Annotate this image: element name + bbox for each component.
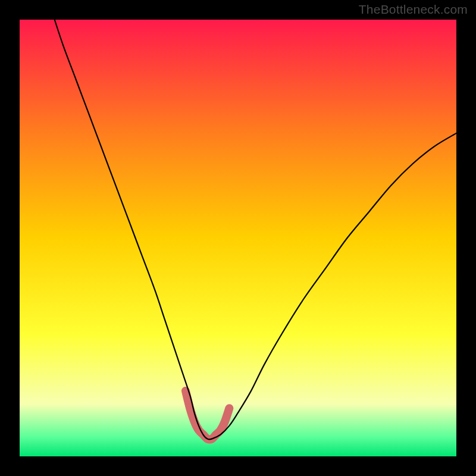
plot-svg [20, 20, 456, 456]
chart-frame: TheBottleneck.com [0, 0, 476, 476]
plot-area [20, 20, 456, 456]
plot-background [20, 20, 456, 456]
watermark-text: TheBottleneck.com [359, 2, 468, 17]
